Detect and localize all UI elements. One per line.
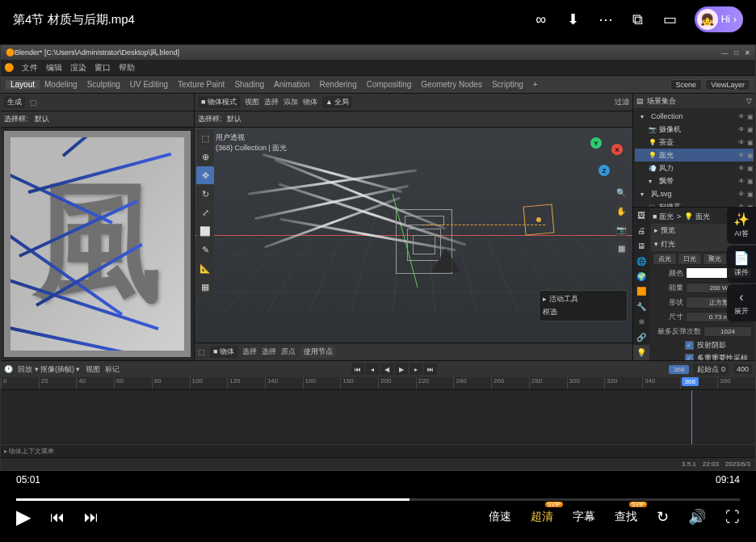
tool-addcube[interactable]: ▦ bbox=[196, 278, 214, 296]
footer-object[interactable]: ■ 物体 bbox=[210, 346, 237, 358]
camera-icon[interactable]: 📷 bbox=[613, 221, 629, 237]
timeline-dropdown[interactable]: 回放 ▾ 抠像(插帧) ▾ bbox=[18, 364, 81, 375]
expand-button[interactable]: ‹ 展开 bbox=[727, 284, 756, 321]
prev-key-icon[interactable]: ◂ bbox=[366, 363, 379, 375]
viewlayer-field[interactable]: ViewLayer bbox=[705, 79, 750, 90]
next-key-icon[interactable]: ▸ bbox=[410, 363, 422, 375]
ref-mode-dropdown[interactable]: 生成 bbox=[4, 96, 25, 108]
user-badge[interactable]: 👧 Hi › bbox=[695, 6, 743, 32]
courseware-button[interactable]: 📄 课件 bbox=[727, 246, 756, 283]
orientation-dropdown[interactable]: ▲ 全局 bbox=[322, 96, 352, 108]
current-frame[interactable]: 368 bbox=[669, 365, 689, 374]
proptab-data[interactable]: 💡 bbox=[633, 345, 649, 360]
menu-help[interactable]: 帮助 bbox=[119, 62, 135, 74]
timeline-ruler[interactable]: 0204060801001201401601802002202402602803… bbox=[1, 377, 755, 390]
volume-icon[interactable]: 🔊 bbox=[688, 508, 706, 526]
close-icon[interactable]: ✕ bbox=[745, 49, 750, 57]
outliner-item[interactable]: ▾ Collection 👁▣ bbox=[635, 110, 754, 123]
tool-select[interactable]: ⬚ bbox=[196, 129, 214, 147]
tool-move[interactable]: ✥ bbox=[196, 166, 214, 184]
footer-dropdown-icon[interactable]: ⬚ bbox=[198, 348, 205, 356]
tab-modeling[interactable]: Modeling bbox=[40, 80, 82, 89]
vp-menu-select[interactable]: 选择 bbox=[264, 97, 279, 107]
lighttype-spot[interactable]: 聚光 bbox=[703, 253, 727, 265]
jump-start-icon[interactable]: ⏮ bbox=[351, 363, 364, 375]
nav-gizmo[interactable]: X Y Z bbox=[584, 137, 623, 176]
next-track-icon[interactable]: ⏭ bbox=[84, 509, 99, 526]
ref-icon[interactable]: ⬚ bbox=[30, 99, 37, 107]
tab-geonodes[interactable]: Geometry Nodes bbox=[416, 80, 487, 89]
tool-scale[interactable]: ⤢ bbox=[196, 204, 214, 221]
outliner-item[interactable]: ▾ 风.svg 👁▣ bbox=[635, 187, 754, 200]
vp-menu-add[interactable]: 添加 bbox=[284, 97, 298, 107]
minimize-icon[interactable]: — bbox=[721, 49, 728, 57]
mode-dropdown[interactable]: ■ 物体模式 bbox=[198, 96, 240, 108]
outliner-item[interactable]: ⬚ 扫描高 👁▣ bbox=[635, 200, 754, 207]
footer-opt1[interactable]: 选择 bbox=[242, 347, 257, 357]
timeline-track[interactable]: 368 bbox=[1, 390, 755, 444]
loop-icon[interactable]: ↻ bbox=[657, 508, 669, 526]
checkbox-row[interactable]: ✓多重重要性采样 bbox=[651, 351, 754, 360]
prev-track-icon[interactable]: ⏮ bbox=[50, 509, 65, 526]
outliner-filter-icon[interactable]: ▽ bbox=[746, 97, 752, 105]
vp-filter[interactable]: 过滤 bbox=[615, 97, 629, 107]
share-icon[interactable]: ∞ bbox=[533, 11, 549, 27]
outliner-item[interactable]: ▾ 飘带 👁▣ bbox=[635, 174, 754, 187]
tab-shading[interactable]: Shading bbox=[229, 80, 269, 89]
tab-scripting[interactable]: Scripting bbox=[487, 80, 528, 89]
timeline-view[interactable]: 视图 bbox=[86, 364, 100, 375]
outliner-item[interactable]: 💡 茶壶 👁▣ bbox=[635, 136, 754, 149]
scene-field[interactable]: Scene bbox=[670, 79, 703, 90]
checkbox-row[interactable]: ✓投射阴影 bbox=[651, 338, 754, 351]
prop-breadcrumb-data[interactable]: 💡 面光 bbox=[684, 212, 710, 222]
jump-end-icon[interactable]: ⏭ bbox=[424, 363, 437, 375]
play-button[interactable]: ▶ bbox=[16, 506, 31, 528]
proptab-output[interactable]: 🖨 bbox=[633, 223, 649, 238]
tab-layout[interactable]: Layout bbox=[6, 80, 40, 89]
ref-select-value[interactable]: 默认 bbox=[35, 114, 49, 124]
ai-answer-button[interactable]: ✨ AI答 bbox=[727, 207, 756, 244]
pan-icon[interactable]: ✋ bbox=[613, 203, 629, 219]
tool-annotate[interactable]: ✎ bbox=[196, 241, 214, 258]
proptab-physics[interactable]: ⚛ bbox=[633, 314, 649, 330]
outliner-item[interactable]: 💨 风力 👁▣ bbox=[635, 162, 754, 174]
tool-transform[interactable]: ⬜ bbox=[196, 222, 214, 240]
tool-cursor[interactable]: ⊕ bbox=[196, 148, 214, 166]
viewport-canvas[interactable]: 用户透视 (368) Collection | 面光 ⬚ ⊕ ✥ ↻ ⤢ ⬜ ✎… bbox=[195, 128, 632, 342]
vp-menu-object[interactable]: 物体 bbox=[303, 97, 317, 107]
tab-texture[interactable]: Texture Paint bbox=[173, 80, 229, 89]
zoom-icon[interactable]: 🔍 bbox=[613, 184, 629, 200]
proptab-scene[interactable]: 🌐 bbox=[633, 254, 649, 269]
proptab-object[interactable]: 🟧 bbox=[633, 284, 649, 300]
tab-add[interactable]: + bbox=[528, 80, 543, 89]
blender-logo-icon[interactable]: 🟠 bbox=[4, 63, 14, 72]
menu-render[interactable]: 渲染 bbox=[70, 62, 86, 74]
theater-icon[interactable]: ▭ bbox=[662, 11, 678, 27]
proptab-render[interactable]: 🖼 bbox=[633, 208, 649, 223]
subtitle-button[interactable]: 字幕 bbox=[573, 510, 595, 524]
frame-end[interactable]: 400 bbox=[733, 364, 752, 374]
outliner-item[interactable]: 💡 面光 👁▣ bbox=[635, 149, 754, 162]
proptab-modifier[interactable]: 🔧 bbox=[633, 299, 649, 314]
timeline-marker[interactable]: 标记 bbox=[105, 364, 120, 375]
camera-object[interactable] bbox=[431, 248, 460, 272]
vp-selectbox-value[interactable]: 默认 bbox=[227, 114, 242, 124]
area-light[interactable] bbox=[523, 204, 555, 235]
tab-animation[interactable]: Animation bbox=[269, 80, 314, 89]
footer-opt3[interactable]: 原点 bbox=[281, 347, 296, 357]
tab-uv[interactable]: UV Editing bbox=[125, 80, 173, 89]
frame-start[interactable]: 起始点 0 bbox=[694, 363, 729, 376]
outliner-item[interactable]: 📷 摄像机 👁▣ bbox=[635, 123, 754, 136]
lighttype-sun[interactable]: 日光 bbox=[678, 253, 702, 265]
maximize-icon[interactable]: □ bbox=[734, 49, 738, 57]
vp-menu-view[interactable]: 视图 bbox=[245, 97, 259, 107]
menu-file[interactable]: 文件 bbox=[22, 62, 38, 74]
prop-breadcrumb-obj[interactable]: ■ 面光 bbox=[653, 212, 674, 222]
timeline-icon[interactable]: 🕐 bbox=[4, 365, 13, 373]
find-button[interactable]: 查找 SVIP bbox=[615, 510, 637, 524]
tab-rendering[interactable]: Rendering bbox=[315, 80, 362, 89]
outliner-icon[interactable]: ▤ bbox=[636, 97, 644, 105]
tab-sculpting[interactable]: Sculpting bbox=[82, 80, 125, 89]
tab-compositing[interactable]: Compositing bbox=[362, 80, 417, 89]
quality-button[interactable]: 超清 SVIP bbox=[531, 510, 553, 524]
